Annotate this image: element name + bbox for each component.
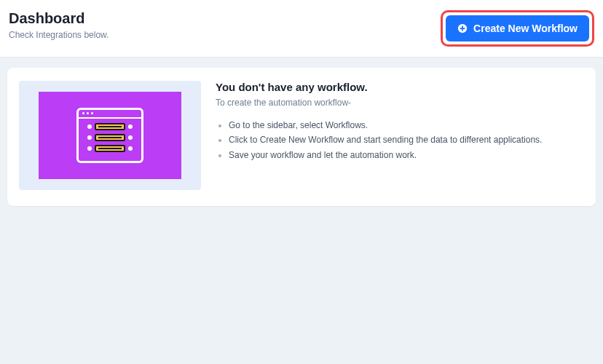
empty-state-card: You don't have any workflow. To create t… bbox=[7, 68, 596, 206]
plus-circle-icon bbox=[457, 23, 468, 33]
create-button-label: Create New Workflow bbox=[473, 23, 578, 34]
empty-state-step: Click to Create New Workflow and start s… bbox=[229, 132, 542, 147]
empty-state-subtitle: To create the automation workflow- bbox=[216, 98, 542, 108]
empty-state-step: Go to the sidebar, select Workflows. bbox=[229, 118, 542, 132]
workflow-illustration-bg bbox=[39, 92, 181, 179]
page-title: Dashboard bbox=[9, 10, 109, 27]
create-button-highlight: Create New Workflow bbox=[441, 10, 594, 47]
empty-state-title: You don't have any workflow. bbox=[216, 81, 542, 93]
workflow-window-icon bbox=[76, 108, 143, 163]
header-left: Dashboard Check Integrations below. bbox=[9, 10, 109, 40]
empty-state-step: Save your workflow and let the automatio… bbox=[229, 148, 542, 162]
create-new-workflow-button[interactable]: Create New Workflow bbox=[446, 15, 589, 41]
svg-rect-2 bbox=[460, 28, 465, 29]
content-area: You don't have any workflow. To create t… bbox=[0, 58, 603, 216]
empty-state-info: You don't have any workflow. To create t… bbox=[216, 81, 542, 162]
page-header: Dashboard Check Integrations below. Crea… bbox=[0, 0, 603, 58]
empty-state-steps: Go to the sidebar, select Workflows. Cli… bbox=[216, 118, 542, 162]
empty-state-illustration bbox=[19, 81, 201, 190]
page-subtitle: Check Integrations below. bbox=[9, 30, 109, 40]
